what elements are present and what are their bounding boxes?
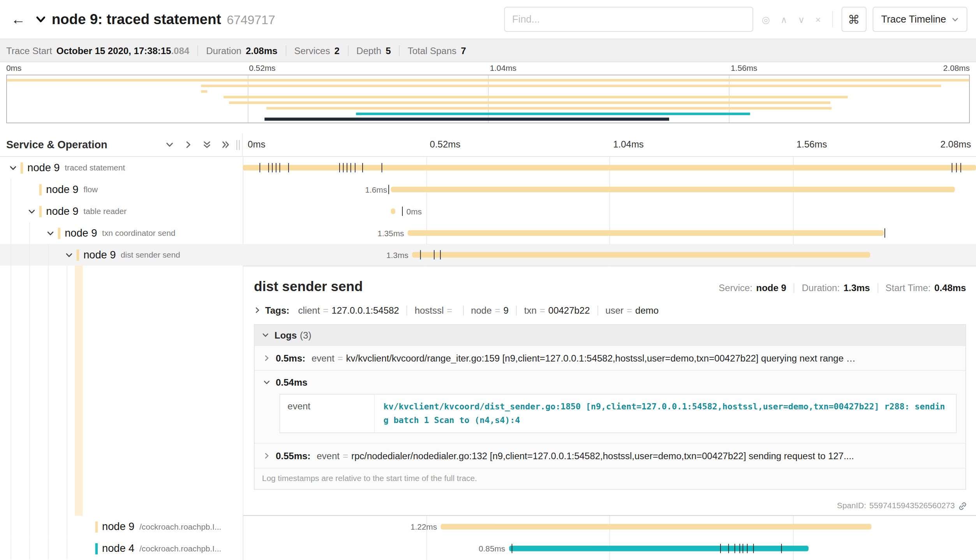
timeline-axis: 0ms 0.52ms 1.04ms 1.56ms 2.08ms: [243, 133, 976, 156]
divider: [877, 283, 878, 293]
indent-guide: [29, 266, 30, 516]
clear-search-icon[interactable]: ×: [816, 15, 821, 24]
span-event-ticks: [243, 157, 976, 179]
copy-link-icon[interactable]: [958, 501, 967, 511]
span-bar-track[interactable]: 1.35ms: [243, 222, 976, 244]
span-bar-track[interactable]: [243, 157, 976, 179]
indent-guide: [48, 516, 49, 537]
logs-header[interactable]: Logs (3): [255, 325, 965, 346]
trace-summary-bar: Trace Start October 15 2020, 17:38:15.08…: [0, 39, 976, 62]
chevron-down-icon[interactable]: [28, 207, 39, 215]
divider: [407, 305, 407, 315]
span-detail-header[interactable]: dist sender send Service: node 9 Duratio…: [254, 279, 966, 295]
minimap-span-bar: [267, 107, 832, 109]
span-bar-track[interactable]: 0ms: [243, 200, 976, 222]
keyboard-shortcuts-button[interactable]: ⌘: [841, 7, 866, 32]
operation-name: flow: [83, 185, 98, 194]
trace-start-ms: .084: [171, 45, 189, 56]
span-name-cell[interactable]: node 9 /cockroach.roachpb.I...: [0, 516, 243, 537]
title-collapse-chevron-icon[interactable]: [35, 14, 46, 25]
service-value: node 9: [756, 283, 786, 293]
next-match-icon[interactable]: ∨: [798, 15, 805, 24]
chevron-right-icon: [254, 307, 261, 314]
span-name-cell[interactable]: node 9 flow: [0, 179, 243, 200]
span-bar-track[interactable]: 1.6ms: [243, 179, 976, 200]
span-bar-track[interactable]: 1.3ms: [243, 244, 976, 266]
operation-name: traced statement: [65, 163, 125, 172]
indent-guide: [11, 516, 11, 537]
span-name-cell[interactable]: node 9 traced statement: [0, 157, 243, 179]
span-bar-track[interactable]: 1.22ms: [243, 516, 976, 537]
trace-view-selector[interactable]: Trace Timeline: [872, 7, 967, 32]
chevron-down-icon: [262, 332, 269, 339]
span-event-ticks: [243, 516, 976, 537]
log-field-key: event: [312, 353, 335, 363]
logs-count: (3): [300, 330, 311, 340]
page-title: node 9: traced statement 6749717: [52, 11, 275, 28]
axis-tick: 2.08ms: [941, 139, 971, 149]
find-input[interactable]: [504, 7, 753, 32]
indent-guide: [11, 266, 11, 516]
services-label: Services: [294, 45, 330, 56]
jaeger-trace-page: ← node 9: traced statement 6749717 ◎ ∧ ∨…: [0, 0, 976, 560]
span-detail-panel: dist sender send Service: node 9 Duratio…: [243, 266, 976, 516]
span-name-cell[interactable]: node 9 table reader: [0, 200, 243, 222]
span-event-ticks: [243, 200, 976, 222]
column-resizer[interactable]: [236, 140, 240, 150]
span-name-cell[interactable]: node 4 /cockroach.roachpb.I...: [0, 537, 243, 559]
log-field-value: kv/kvclient/kvcoord/range_iter.go:159 [n…: [346, 353, 856, 363]
minimap-span-bar: [7, 79, 969, 81]
divider: [832, 11, 833, 28]
divider: [516, 305, 517, 315]
service-color-bar: [39, 184, 42, 195]
operation-name: /cockroach.roachpb.I...: [139, 522, 221, 531]
chevron-down-icon: [952, 16, 959, 23]
span-name-cell[interactable]: node 9 dist sender send: [0, 244, 243, 266]
log-entry[interactable]: 0.5ms: event = kv/kvclient/kvcoord/range…: [255, 345, 965, 370]
chevron-right-icon: [263, 453, 270, 460]
expand-all-icon[interactable]: [222, 140, 230, 149]
log-entry-header[interactable]: 0.54ms: [263, 377, 958, 388]
span-tags-row[interactable]: Tags: client=127.0.0.1:54582 hostssl= no…: [254, 305, 966, 315]
chevron-down-icon[interactable]: [47, 229, 58, 237]
service-operation-header: Service & Operation: [0, 133, 243, 156]
divider: [399, 45, 400, 56]
tag-item: hostssl=: [415, 305, 456, 315]
minimap-scrubber-bar[interactable]: [265, 118, 669, 121]
minimap-canvas[interactable]: [6, 75, 970, 123]
chevron-down-icon[interactable]: [9, 164, 21, 171]
span-event-ticks: [243, 537, 976, 559]
indent-guide: [11, 200, 11, 222]
start-time-value: 0.48ms: [934, 283, 966, 293]
collapse-all-icon[interactable]: [203, 140, 211, 149]
span-row: node 9 txn coordinator send 1.35ms: [0, 222, 976, 244]
back-arrow-icon: ←: [11, 11, 26, 27]
collapse-one-icon[interactable]: [166, 140, 174, 149]
span-event-ticks: [243, 179, 976, 200]
chevron-down-icon: [263, 379, 270, 386]
span-name-cell[interactable]: node 9 txn coordinator send: [0, 222, 243, 244]
focus-matches-icon[interactable]: ◎: [762, 15, 770, 24]
span-row-selected: node 9 dist sender send 1.3ms: [0, 244, 976, 266]
span-row: node 4 /cockroach.roachpb.I... 0.85ms: [0, 537, 976, 559]
span-detail-indent: [0, 266, 243, 516]
chevron-down-icon[interactable]: [65, 251, 77, 258]
service-color-bar: [77, 249, 79, 260]
tag-item: user=demo: [605, 305, 659, 315]
expand-one-icon[interactable]: [184, 140, 192, 149]
trace-id: 6749717: [227, 13, 275, 27]
log-field-value: rpc/nodedialer/nodedialer.go:132 [n9,cli…: [351, 451, 854, 461]
span-id-value: 5597415943526560273: [869, 501, 955, 511]
indent-guide: [48, 266, 49, 516]
axis-tick: 1.56ms: [731, 63, 757, 73]
log-field-key: event: [317, 451, 340, 461]
span-bar-track[interactable]: 0.85ms: [243, 537, 976, 559]
tag-item: txn=00427b22: [524, 305, 590, 315]
back-button[interactable]: ←: [11, 12, 26, 26]
log-fields-table: event kv/kvclient/kvcoord/dist_sender.go…: [280, 394, 957, 433]
log-entry[interactable]: 0.55ms: event = rpc/nodedialer/nodediale…: [255, 443, 965, 468]
service-color-bar: [95, 543, 98, 554]
prev-match-icon[interactable]: ∧: [780, 15, 787, 24]
indent-guide: [48, 244, 49, 266]
span-rows: node 9 traced statement node 9 flow: [0, 157, 976, 560]
